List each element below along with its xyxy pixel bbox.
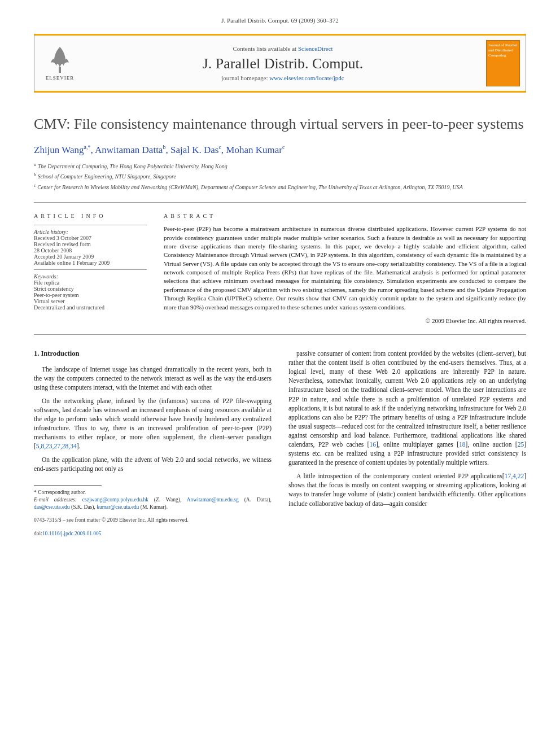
contents-available: Contents lists available at ScienceDirec… — [80, 45, 486, 52]
history-line: Received in revised form — [34, 241, 147, 247]
keywords-label: Keywords: — [34, 273, 147, 279]
keyword: Strict consistency — [34, 286, 147, 292]
emails-label: E-mail addresses: — [34, 497, 77, 503]
body-paragraph: On the networking plane, infused by the … — [34, 396, 272, 451]
elsevier-tree-icon — [49, 46, 71, 74]
journal-cover-thumb: Journal of Parallel and Distributed Comp… — [486, 40, 520, 86]
keyword: Peer-to-peer system — [34, 292, 147, 298]
homepage-link[interactable]: www.elsevier.com/locate/jpdc — [269, 75, 344, 81]
left-column: 1. Introduction The landscape of Interne… — [34, 349, 272, 538]
affiliation: c Center for Research in Wireless Mobili… — [34, 182, 526, 192]
email-who: (S.K. Das), — [71, 504, 95, 510]
contents-prefix: Contents lists available at — [233, 45, 298, 52]
email-who: (M. Kumar). — [141, 504, 168, 510]
body-paragraph: A little introspection of the contempora… — [288, 471, 526, 508]
abstract-block: ABSTRACT Peer-to-peer (P2P) has become a… — [164, 213, 526, 324]
divider — [34, 202, 526, 203]
email-who: (Z. Wang), — [154, 497, 181, 503]
email-link[interactable]: Anwitaman@ntu.edu.sg — [187, 497, 239, 503]
email-link[interactable]: das@cse.uta.edu — [34, 504, 70, 510]
svg-rect-0 — [59, 67, 61, 73]
journal-homepage: journal homepage: www.elsevier.com/locat… — [80, 75, 486, 81]
abstract-heading: ABSTRACT — [164, 213, 526, 219]
body-paragraph: The landscape of Internet usage has chan… — [34, 365, 272, 392]
affiliation: a The Department of Computing, The Hong … — [34, 161, 526, 171]
intro-heading: 1. Introduction — [34, 349, 272, 359]
article-info-heading: ARTICLE INFO — [34, 213, 147, 219]
footnotes: * Corresponding author. E-mail addresses… — [34, 489, 272, 512]
journal-banner: ELSEVIER Contents lists available at Sci… — [34, 34, 526, 93]
email-link[interactable]: cszjwang@comp.polyu.edu.hk — [82, 497, 148, 503]
citation-link[interactable]: 18 — [459, 441, 466, 448]
page-citation: J. Parallel Distrib. Comput. 69 (2009) 3… — [34, 17, 526, 24]
citation-link[interactable]: 5,8,23,27,28,34 — [36, 443, 77, 449]
keyword: Virtual server — [34, 298, 147, 304]
affiliation: b School of Computer Engineering, NTU Si… — [34, 171, 526, 181]
body-paragraph: On the application plane, with the adven… — [34, 455, 272, 473]
corresponding-author-note: * Corresponding author. — [34, 489, 272, 496]
history-line: 28 October 2008 — [34, 247, 147, 254]
history-line: Received 3 October 2007 — [34, 235, 147, 241]
email-link[interactable]: kumar@cse.uta.edu — [97, 504, 139, 510]
homepage-prefix: journal homepage: — [221, 75, 269, 81]
doi-link[interactable]: 10.1016/j.jpdc.2009.01.005 — [42, 531, 102, 536]
front-matter-line: 0743-7315/$ – see front matter © 2009 El… — [34, 517, 272, 524]
keyword: Decentralized and unstructured — [34, 304, 147, 311]
doi-label: doi: — [34, 531, 42, 536]
keyword: File replica — [34, 279, 147, 286]
footnote-divider — [34, 485, 102, 486]
elsevier-wordmark: ELSEVIER — [46, 75, 75, 81]
body-paragraph: passive consumer of content from content… — [288, 349, 526, 467]
journal-name: J. Parallel Distrib. Comput. — [80, 55, 486, 72]
email-who: (A. Datta), — [244, 497, 272, 503]
article-title: CMV: File consistency maintenance throug… — [34, 115, 526, 134]
affiliations: a The Department of Computing, The Hong … — [34, 161, 526, 192]
author-list: Zhijun Wanga,*, Anwitaman Dattab, Sajal … — [34, 144, 526, 156]
right-column: passive consumer of content from content… — [288, 349, 526, 538]
abstract-copyright: © 2009 Elsevier Inc. All rights reserved… — [164, 317, 526, 324]
history-line: Available online 1 February 2009 — [34, 260, 147, 266]
citation-link[interactable]: 16 — [369, 441, 376, 448]
abstract-body: Peer-to-peer (P2P) has become a mainstre… — [164, 225, 526, 312]
citation-link[interactable]: 25 — [518, 441, 524, 448]
history-line: Accepted 20 January 2009 — [34, 254, 147, 260]
article-info-block: ARTICLE INFO Article history: Received 3… — [34, 213, 147, 324]
divider — [34, 334, 526, 335]
sciencedirect-link[interactable]: ScienceDirect — [298, 45, 333, 52]
history-label: Article history: — [34, 229, 147, 235]
elsevier-logo: ELSEVIER — [40, 41, 80, 86]
citation-link[interactable]: 17,4,22 — [505, 473, 524, 479]
